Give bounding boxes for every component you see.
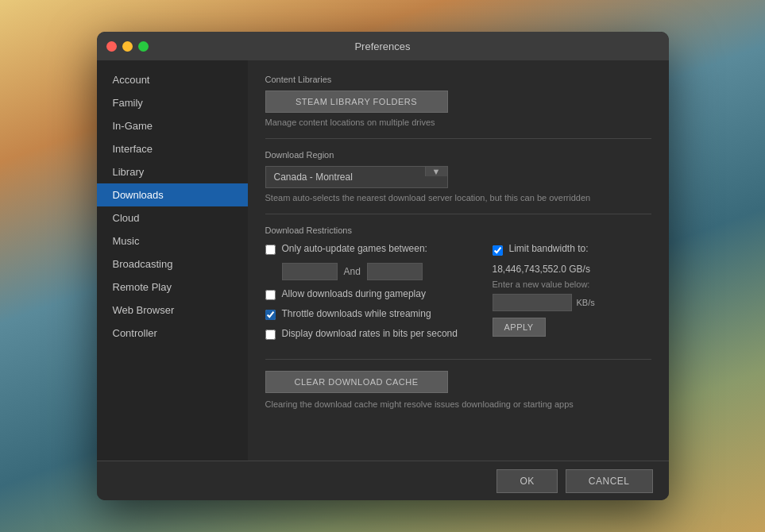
ok-button[interactable]: OK (496, 469, 557, 493)
display-bits-row: Display download rates in bits per secon… (265, 328, 469, 340)
download-region-select[interactable]: Canada - Montreal US - New York US - Sea… (266, 167, 425, 187)
content-libraries-section: Content Libraries STEAM LIBRARY FOLDERS … (265, 75, 651, 127)
clear-cache-button[interactable]: CLEAR DOWNLOAD CACHE (265, 371, 448, 393)
sidebar-item-interface[interactable]: Interface (97, 137, 248, 160)
close-button[interactable] (106, 41, 117, 52)
cancel-button[interactable]: CANCEL (566, 469, 653, 493)
limit-bandwidth-row: Limit bandwidth to: (493, 243, 651, 257)
apply-bandwidth-button[interactable]: APPLY (493, 318, 546, 337)
sidebar-item-remote-play[interactable]: Remote Play (97, 276, 248, 299)
display-bits-label: Display download rates in bits per secon… (282, 328, 458, 339)
main-content: Content Libraries STEAM LIBRARY FOLDERS … (248, 60, 669, 461)
title-bar: Preferences (97, 32, 669, 60)
sidebar-item-in-game[interactable]: In-Game (97, 114, 248, 137)
content-libraries-hint: Manage content locations on multiple dri… (265, 118, 651, 127)
sidebar-item-family[interactable]: Family (97, 91, 248, 114)
throttle-streaming-label: Throttle downloads while streaming (282, 308, 431, 319)
auto-update-label: Only auto-update games between: (282, 243, 427, 254)
bandwidth-unit-label: KB/s (577, 298, 595, 307)
preferences-window: Preferences Account Family In-Game Inter… (97, 32, 669, 500)
sidebar-item-cloud[interactable]: Cloud (97, 206, 248, 229)
bandwidth-input-row: KB/s (493, 294, 651, 311)
bandwidth-enter-hint: Enter a new value below: (493, 279, 651, 289)
minimize-button[interactable] (122, 41, 133, 52)
traffic-lights (106, 41, 149, 52)
download-region-label: Download Region (265, 150, 651, 160)
sidebar-item-broadcasting[interactable]: Broadcasting (97, 253, 248, 276)
auto-update-checkbox[interactable] (265, 245, 276, 255)
footer: OK CANCEL (97, 461, 669, 500)
sidebar-item-downloads[interactable]: Downloads (97, 183, 248, 206)
time-from-input[interactable] (282, 263, 338, 280)
download-region-hint: Steam auto-selects the nearest download … (265, 193, 651, 202)
auto-update-row: Only auto-update games between: (265, 243, 469, 255)
maximize-button[interactable] (138, 41, 149, 52)
cache-hint: Clearing the download cache might resolv… (265, 399, 651, 409)
restrictions-right: Limit bandwidth to: 18,446,743,552.0 GB/… (493, 243, 651, 348)
time-range-row: And (282, 263, 469, 280)
sidebar-item-library[interactable]: Library (97, 160, 248, 183)
download-region-dropdown-wrapper: Canada - Montreal US - New York US - Sea… (265, 166, 448, 188)
restrictions-grid: Only auto-update games between: And Allo… (265, 243, 651, 348)
allow-gameplay-row: Allow downloads during gameplay (265, 288, 469, 300)
sidebar-item-web-browser[interactable]: Web Browser (97, 299, 248, 322)
divider-3 (265, 359, 651, 360)
throttle-streaming-row: Throttle downloads while streaming (265, 308, 469, 320)
divider-2 (265, 214, 651, 214)
sidebar-item-account[interactable]: Account (97, 68, 248, 91)
steam-library-folders-button[interactable]: STEAM LIBRARY FOLDERS (265, 91, 448, 113)
dropdown-arrow-icon: ▼ (425, 167, 447, 176)
limit-bandwidth-checkbox[interactable] (493, 245, 503, 256)
sidebar-item-music[interactable]: Music (97, 229, 248, 253)
allow-gameplay-label: Allow downloads during gameplay (282, 288, 426, 299)
bandwidth-current-value: 18,446,743,552.0 GB/s (493, 264, 651, 275)
window-title: Preferences (354, 40, 410, 52)
divider-1 (265, 138, 651, 139)
time-to-input[interactable] (367, 263, 423, 280)
limit-bandwidth-label: Limit bandwidth to: (509, 243, 589, 254)
window-body: Account Family In-Game Interface Library… (97, 60, 669, 461)
sidebar-item-controller[interactable]: Controller (97, 322, 248, 345)
content-libraries-label: Content Libraries (265, 75, 651, 84)
and-label: And (344, 266, 361, 277)
throttle-streaming-checkbox[interactable] (265, 310, 276, 320)
bandwidth-input[interactable] (493, 294, 572, 311)
sidebar: Account Family In-Game Interface Library… (97, 60, 248, 461)
display-bits-checkbox[interactable] (265, 330, 276, 340)
download-region-section: Download Region Canada - Montreal US - N… (265, 150, 651, 202)
allow-gameplay-checkbox[interactable] (265, 290, 276, 300)
restrictions-left: Only auto-update games between: And Allo… (265, 243, 469, 348)
download-restrictions-section: Download Restrictions Only auto-update g… (265, 226, 651, 348)
cache-section: CLEAR DOWNLOAD CACHE Clearing the downlo… (265, 371, 651, 409)
download-restrictions-label: Download Restrictions (265, 226, 651, 235)
